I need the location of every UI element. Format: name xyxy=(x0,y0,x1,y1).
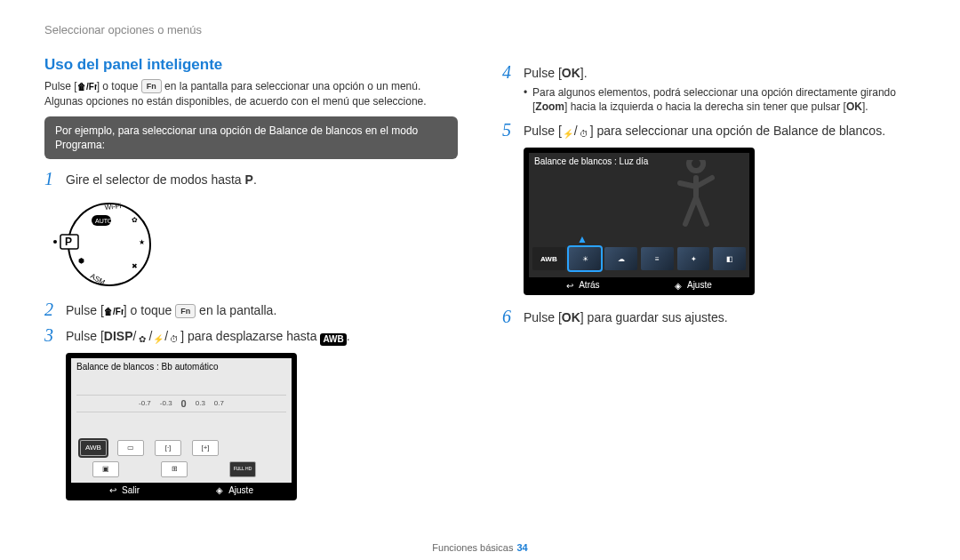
step-2-text-b: ] o toque xyxy=(124,303,175,317)
panel3-opt-single: ▭ xyxy=(117,440,144,456)
panel5-back-label: Atrás xyxy=(579,280,599,290)
svg-text:AUTO: AUTO xyxy=(95,218,113,224)
ok-icon-3: OK xyxy=(562,310,580,324)
panel3-opt-grid: ⊞ xyxy=(161,461,188,477)
step-4-text-a: Pulse [ xyxy=(524,66,562,80)
svg-text:🗑/Fn: 🗑/Fn xyxy=(77,82,97,92)
svg-text:P: P xyxy=(65,236,72,248)
screen-wb-auto: Balance de blancos : Bb automático -0.7 … xyxy=(66,353,297,500)
step-3-num: 3 xyxy=(44,326,57,344)
ruler-tick: 0 xyxy=(181,398,187,409)
ok-icon: OK xyxy=(562,66,580,80)
ruler-tick: 0.7 xyxy=(214,399,224,407)
wb-opt-custom: ◧ xyxy=(713,247,746,270)
wb-opt-daylight: ☀ xyxy=(569,247,602,270)
panel5-title: Balance de blancos : Luz día xyxy=(534,156,648,166)
step-4-text-b: ]. xyxy=(580,66,588,80)
step-3-text-c: . xyxy=(347,329,350,343)
adjust-icon: ◈ xyxy=(216,485,225,494)
step-5: 5 Pulse [⚡/⏱] para seleccionar una opció… xyxy=(502,121,916,140)
step-5-text-a: Pulse [ xyxy=(524,124,562,138)
panel5-back: ↩Atrás xyxy=(566,280,599,290)
step-6-text-b: ] para guardar sus ajustes. xyxy=(580,310,728,324)
step-3-text-a: Pulse [ xyxy=(66,329,104,343)
screen-wb-daylight: Balance de blancos : Luz día ▲ AWB ☀ ☁ ≡… xyxy=(524,148,755,295)
intro-1b: ] o toque xyxy=(97,80,141,92)
step-1-num: 1 xyxy=(44,170,57,188)
step-2-text-a: Pulse [ xyxy=(66,303,104,317)
step-3: 3 Pulse [DISP/✿/⚡/⏱] para desplazarse ha… xyxy=(44,326,458,346)
flash-icon: ⚡ xyxy=(152,333,164,346)
svg-text:★: ★ xyxy=(139,238,145,246)
wb-opt-cloudy: ☁ xyxy=(604,247,637,270)
panel3-title: Balance de blancos : Bb automático xyxy=(76,362,219,372)
step-2-text-c: en la pantalla. xyxy=(196,303,276,317)
disp-icon: DISP xyxy=(104,329,133,343)
step-6-num: 6 xyxy=(502,308,515,325)
wb-selector-caret-icon: ▲ xyxy=(577,233,588,245)
section-title: Uso del panel inteligente xyxy=(44,56,458,74)
step-4-num: 4 xyxy=(502,63,515,81)
panel5-adjust-label: Ajuste xyxy=(687,280,712,290)
panel3-opt-meter: ▣ xyxy=(92,461,119,477)
p-mode-icon: P xyxy=(245,172,253,187)
step-1-text-b: . xyxy=(253,172,257,187)
ruler-tick: -0.7 xyxy=(139,399,151,407)
intro-2: Algunas opciones no están disponibles, d… xyxy=(44,95,427,108)
intro-1c: en la pantalla para seleccionar una opci… xyxy=(162,80,421,92)
step-6: 6 Pulse [OK] para guardar sus ajustes. xyxy=(502,308,916,326)
step-5-num: 5 xyxy=(502,121,515,139)
step-1: 1 Gire el selector de modos hasta P. xyxy=(44,170,458,188)
footer-section: Funciones básicas xyxy=(432,542,513,553)
step-2: 2 Pulse [🗑/Fn] o toque Fn en la pantalla… xyxy=(44,300,458,319)
step-1-text-a: Gire el selector de modos hasta xyxy=(66,172,245,187)
timer-icon-2: ⏱ xyxy=(578,128,590,140)
s4-note-b: ] hacia la izquierda o hacia la derecha … xyxy=(564,100,846,113)
ok-icon-2: OK xyxy=(846,100,862,113)
fn-key-2: Fn xyxy=(175,304,196,318)
step-5-text-b: ] para seleccionar una opción de Balance… xyxy=(590,124,885,138)
wb-opt-fluorescent: ≡ xyxy=(641,247,674,270)
flash-icon-2: ⚡ xyxy=(562,128,574,140)
wb-opt-awb: AWB xyxy=(532,247,565,270)
step-4-note: Para algunos elementos, podrá selecciona… xyxy=(524,85,916,114)
fn-key: Fn xyxy=(141,79,162,93)
svg-point-10 xyxy=(53,240,57,244)
silhouette-illustration xyxy=(660,160,732,249)
flower-icon: ✿ xyxy=(136,333,148,346)
panel3-back-label: Salir xyxy=(122,485,140,495)
step-2-num: 2 xyxy=(44,300,57,318)
svg-text:✿: ✿ xyxy=(132,216,138,224)
trash-fn-icon: 🗑/Fn xyxy=(77,80,97,92)
intro-1a: Pulse [ xyxy=(44,80,77,92)
page-footer: Funciones básicas34 xyxy=(0,542,960,553)
breadcrumb: Seleccionar opciones o menús xyxy=(44,23,916,36)
step-6-text-a: Pulse [ xyxy=(524,310,562,324)
panel3-opt-fullhd: FULL HD xyxy=(229,461,256,477)
svg-text:✖: ✖ xyxy=(132,262,138,270)
awb-icon: AWB xyxy=(320,333,346,346)
panel5-adjust: ◈Ajuste xyxy=(675,280,712,290)
wb-opt-tungsten: ✦ xyxy=(677,247,710,270)
panel3-opt-plus: [+] xyxy=(192,440,219,456)
panel3-adjust: ◈Ajuste xyxy=(216,485,253,495)
ruler-tick: -0.3 xyxy=(160,399,172,407)
back-icon: ↩ xyxy=(109,485,118,494)
adjust-icon-2: ◈ xyxy=(675,281,684,290)
step-3-text-b: ] para desplazarse hasta xyxy=(180,329,320,343)
timer-icon: ⏱ xyxy=(168,333,180,346)
footer-page-num: 34 xyxy=(516,542,527,553)
example-callout: Por ejemplo, para seleccionar una opción… xyxy=(44,116,458,159)
ruler-tick: 0.3 xyxy=(196,399,205,407)
zoom-icon: Zoom xyxy=(535,100,564,113)
trash-fn-icon-2: 🗑/Fn xyxy=(104,305,124,317)
left-column: Uso del panel inteligente Pulse [ 🗑/Fn ]… xyxy=(44,56,458,500)
panel3-opt-awb: AWB xyxy=(80,440,107,456)
s4-note-c: ]. xyxy=(862,100,868,113)
ev-ruler: -0.7 -0.3 0 0.3 0.7 xyxy=(76,395,286,412)
panel3-opt-focus: [·] xyxy=(155,440,181,456)
svg-text:⬢: ⬢ xyxy=(78,257,84,265)
mode-dial-illustration: Wi-Fi AUTO ✿ ★ ✖ ASM ⬢ P xyxy=(52,196,158,293)
intro-text: Pulse [ 🗑/Fn ] o toque Fn en la pantalla… xyxy=(44,79,458,109)
panel3-adjust-label: Ajuste xyxy=(228,485,253,495)
